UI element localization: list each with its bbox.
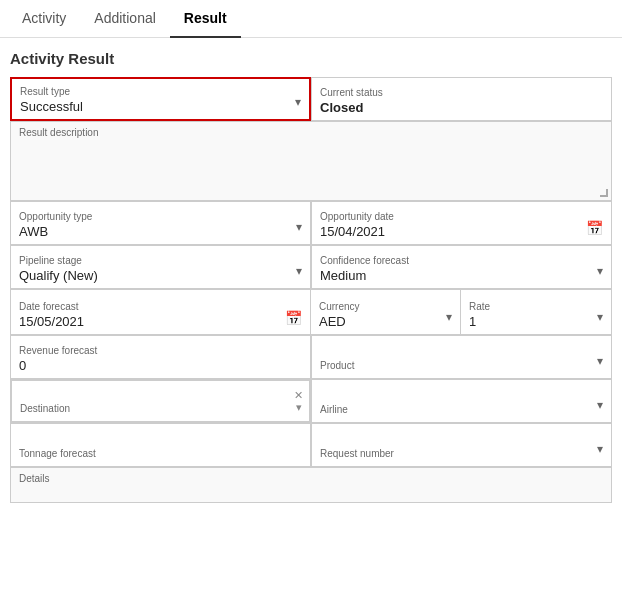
current-status-value: Closed — [320, 100, 603, 115]
tab-additional[interactable]: Additional — [80, 0, 170, 38]
currency-rate-container: Currency AED Rate 1 — [310, 289, 612, 335]
product-label: Product — [320, 360, 603, 371]
confidence-forecast-field[interactable]: Confidence forecast Medium — [311, 245, 612, 289]
destination-icons: ✕ ▾ — [294, 390, 303, 413]
opportunity-type-value: AWB — [19, 224, 302, 239]
confidence-forecast-value: Medium — [320, 268, 603, 283]
tab-bar: Activity Additional Result — [0, 0, 622, 38]
tab-activity[interactable]: Activity — [8, 0, 80, 38]
result-type-field[interactable]: Result type Successful — [10, 77, 311, 121]
main-content: Activity Result Result type Successful C… — [0, 38, 622, 515]
currency-value: AED — [319, 314, 452, 329]
date-forecast-label: Date forecast — [19, 301, 302, 312]
destination-dropdown-icon[interactable]: ▾ — [296, 402, 302, 413]
result-type-value: Successful — [20, 99, 301, 114]
result-description-label: Result description — [19, 127, 603, 138]
opportunity-type-field[interactable]: Opportunity type AWB — [10, 201, 311, 245]
request-number-label: Request number — [320, 448, 603, 459]
destination-label: Destination — [20, 403, 301, 414]
section-title: Activity Result — [10, 50, 612, 67]
result-description-field[interactable]: Result description — [10, 121, 612, 201]
date-forecast-value: 15/05/2021 — [19, 314, 302, 329]
destination-field[interactable]: Destination ✕ ▾ — [10, 379, 311, 423]
opportunity-date-field[interactable]: Opportunity date 15/04/2021 — [311, 201, 612, 245]
product-field[interactable]: Product — [311, 335, 612, 379]
pipeline-stage-field[interactable]: Pipeline stage Qualify (New) — [10, 245, 311, 289]
form-grid: Result type Successful Current status Cl… — [10, 77, 612, 503]
revenue-forecast-field: Revenue forecast 0 — [10, 335, 311, 379]
confidence-forecast-label: Confidence forecast — [320, 255, 603, 266]
opportunity-type-label: Opportunity type — [19, 211, 302, 222]
pipeline-stage-value: Qualify (New) — [19, 268, 302, 283]
airline-field[interactable]: Airline — [311, 379, 612, 423]
rate-label: Rate — [469, 301, 603, 312]
details-label: Details — [19, 473, 603, 484]
airline-label: Airline — [320, 404, 603, 415]
opportunity-date-value: 15/04/2021 — [320, 224, 603, 239]
date-forecast-field[interactable]: Date forecast 15/05/2021 — [10, 289, 311, 335]
pipeline-stage-label: Pipeline stage — [19, 255, 302, 266]
currency-label: Currency — [319, 301, 452, 312]
result-type-label: Result type — [20, 86, 301, 97]
resize-handle[interactable] — [600, 189, 608, 197]
details-field[interactable]: Details — [10, 467, 612, 503]
tonnage-forecast-field: Tonnage forecast — [10, 423, 311, 467]
opportunity-date-label: Opportunity date — [320, 211, 603, 222]
rate-field[interactable]: Rate 1 — [461, 290, 611, 334]
destination-clear-icon[interactable]: ✕ — [294, 390, 303, 401]
revenue-forecast-value: 0 — [19, 358, 302, 373]
revenue-forecast-label: Revenue forecast — [19, 345, 302, 356]
request-number-field[interactable]: Request number — [311, 423, 612, 467]
tonnage-forecast-label: Tonnage forecast — [19, 448, 302, 459]
current-status-field: Current status Closed — [311, 77, 612, 121]
rate-value: 1 — [469, 314, 603, 329]
current-status-label: Current status — [320, 87, 603, 98]
currency-field[interactable]: Currency AED — [311, 290, 461, 334]
tab-result[interactable]: Result — [170, 0, 241, 38]
